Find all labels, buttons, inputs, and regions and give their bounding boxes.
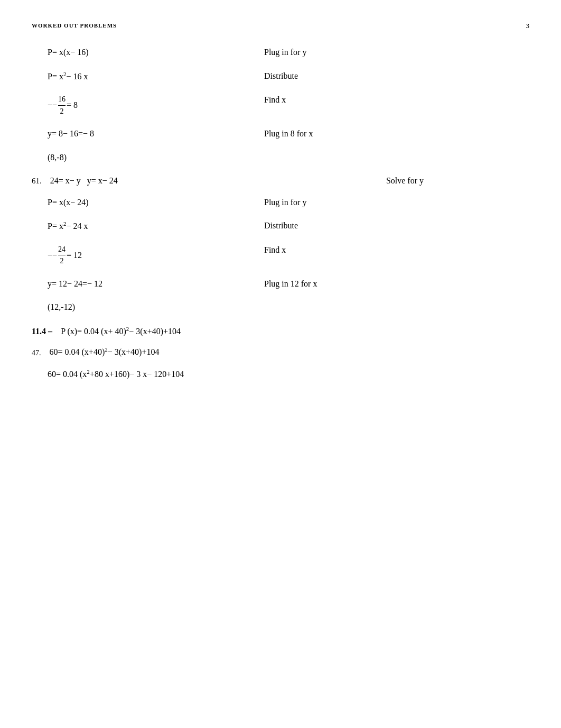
equation-row-8: y= 12− 24=− 12 Plug in 12 for x xyxy=(32,278,529,290)
header-page: 3 xyxy=(526,21,530,31)
answer-2: (12,-12) xyxy=(32,301,529,313)
problem-statement-61: 24= x− y y= x− 24 xyxy=(46,175,118,187)
eq-left-8: y= 12− 24=− 12 xyxy=(32,278,254,290)
eq-right-2: Distribute xyxy=(254,70,529,82)
eq-left-1: P= x(x− 16) xyxy=(32,47,254,58)
equation-row-3: −− 16 2 = 8 Find x xyxy=(32,94,529,116)
expanded-equation-47: 60= 0.04 (x2+80 x+160)− 3 x− 120+104 xyxy=(32,368,529,381)
eq-left-7: −− 24 2 = 12 xyxy=(32,244,254,266)
eq-right-3: Find x xyxy=(254,94,529,106)
problem-annotation-61: Solve for y xyxy=(118,175,529,187)
eq-left-4: y= 8− 16=− 8 xyxy=(32,128,254,140)
page-header: WORKED OUT PROBLEMS 3 xyxy=(32,21,529,31)
section-11-4-header: 11.4 – P (x)= 0.04 (x+ 40)2− 3(x+40)+104 xyxy=(32,325,529,338)
equation-row-7: −− 24 2 = 12 Find x xyxy=(32,244,529,266)
answer-1: (8,-8) xyxy=(32,152,529,163)
problem-header-61: 61. 24= x− y y= x− 24 Solve for y xyxy=(32,175,529,187)
equation-row-5: P= x(x− 24) Plug in for y xyxy=(32,197,529,208)
fraction-2: 24 2 xyxy=(58,244,66,266)
problem-number-61: 61. xyxy=(32,176,42,187)
eq-left-5: P= x(x− 24) xyxy=(32,197,254,208)
header-title: WORKED OUT PROBLEMS xyxy=(32,22,117,30)
fraction-1: 16 2 xyxy=(58,94,66,116)
eq-right-8: Plug in 12 for x xyxy=(254,278,529,290)
equation-row-2: P= x2− 16 x Distribute xyxy=(32,70,529,83)
eq-right-7: Find x xyxy=(254,244,529,256)
eq-right-6: Distribute xyxy=(254,220,529,232)
problem-header-47: 47. 60= 0.04 (x+40)2− 3(x+40)+104 xyxy=(32,346,529,358)
eq-left-2: P= x2− 16 x xyxy=(32,70,254,83)
equation-row-1: P= x(x− 16) Plug in for y xyxy=(32,47,529,58)
eq-right-4: Plug in 8 for x xyxy=(254,128,529,140)
section-formula-11-4: P (x)= 0.04 (x+ 40)2− 3(x+40)+104 xyxy=(57,325,181,338)
problem-number-47: 47. xyxy=(32,348,41,358)
eq-left-6: P= x2− 24 x xyxy=(32,220,254,233)
eq-right-5: Plug in for y xyxy=(254,197,529,208)
problem-statement-47: 60= 0.04 (x+40)2− 3(x+40)+104 xyxy=(45,346,160,358)
equation-row-6: P= x2− 24 x Distribute xyxy=(32,220,529,233)
eq-left-3: −− 16 2 = 8 xyxy=(32,94,254,116)
equation-row-4: y= 8− 16=− 8 Plug in 8 for x xyxy=(32,128,529,140)
eq-right-1: Plug in for y xyxy=(254,47,529,58)
section-label-11-4: 11.4 – xyxy=(32,326,52,337)
